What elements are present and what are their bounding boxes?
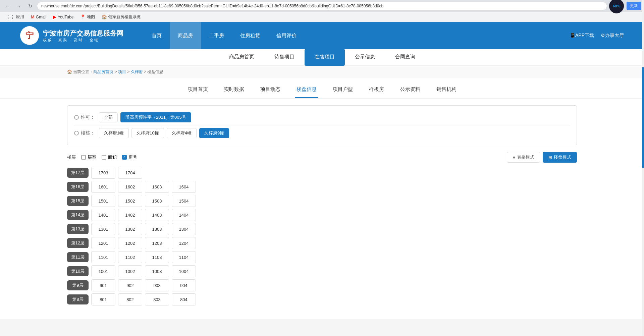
subnav-index[interactable]: 商品房首页 bbox=[219, 49, 264, 66]
room-cell[interactable]: 1704 bbox=[118, 167, 142, 179]
nav-secondhand[interactable]: 二手房 bbox=[201, 22, 232, 49]
nav-newhouse[interactable]: 商品房 bbox=[170, 22, 201, 49]
logo-area: 宁 宁波市房产交易信息服务网 权威 · 真实 · 及时 · 全域 bbox=[20, 26, 123, 45]
room-cell[interactable]: 1004 bbox=[172, 265, 196, 277]
bookmark-gmail[interactable]: M Gmail bbox=[28, 14, 49, 20]
tab-sales[interactable]: 销售机构 bbox=[435, 83, 458, 98]
room-cell[interactable]: 1503 bbox=[145, 195, 169, 207]
breadcrumb-link-1[interactable]: 商品房首页 bbox=[93, 69, 113, 74]
room-cell[interactable]: 1401 bbox=[91, 209, 115, 221]
bookmark-apps-label: 应用 bbox=[16, 14, 24, 20]
floor-row: 第11层1101110211031104 bbox=[67, 251, 577, 263]
room-cell[interactable]: 904 bbox=[172, 279, 196, 291]
room-cell[interactable]: 1602 bbox=[118, 181, 142, 193]
tab-realtime[interactable]: 实时数据 bbox=[223, 83, 246, 98]
checkbox-floor[interactable]: 层室 bbox=[81, 154, 96, 160]
room-cell[interactable]: 1203 bbox=[145, 237, 169, 249]
subnav-pending[interactable]: 待售项目 bbox=[264, 49, 305, 66]
app-download-link[interactable]: 📱APP下载 bbox=[570, 33, 594, 39]
room-cell[interactable]: 804 bbox=[172, 293, 196, 305]
permit-radio[interactable] bbox=[74, 115, 79, 120]
tab-layout[interactable]: 项目户型 bbox=[331, 83, 354, 98]
forward-button[interactable]: → bbox=[14, 1, 23, 11]
permit-tag-all[interactable]: 全部 bbox=[99, 112, 118, 122]
subnav-onsale[interactable]: 在售项目 bbox=[305, 49, 345, 66]
room-cell[interactable]: 1003 bbox=[145, 265, 169, 277]
tab-building[interactable]: 楼盘信息 bbox=[295, 83, 318, 98]
room-cell[interactable]: 1501 bbox=[91, 195, 115, 207]
room-cell[interactable]: 1304 bbox=[172, 223, 196, 235]
checkbox-floor-box[interactable] bbox=[81, 155, 86, 160]
reload-button[interactable]: ↻ bbox=[25, 1, 35, 11]
permit-tag-p005[interactable]: 甬高房预许字（2021）第005号 bbox=[120, 112, 191, 122]
room-cell[interactable]: 802 bbox=[118, 293, 142, 305]
building-label: 楼栋： bbox=[74, 130, 95, 136]
building-tag-b9[interactable]: 久梓府9幢 bbox=[199, 128, 229, 138]
room-cell[interactable]: 1303 bbox=[145, 223, 169, 235]
room-cell[interactable]: 1504 bbox=[172, 195, 196, 207]
subnav-contract[interactable]: 合同查询 bbox=[385, 49, 425, 66]
floor-row: 第16层1601160216031604 bbox=[67, 181, 577, 193]
room-cell[interactable]: 1601 bbox=[91, 181, 115, 193]
room-cell[interactable]: 1302 bbox=[118, 223, 142, 235]
checkbox-room-label: 房号 bbox=[128, 154, 137, 160]
room-cell[interactable]: 1202 bbox=[118, 237, 142, 249]
bookmark-newhouse[interactable]: 🏠 链家新房楼盘系统 bbox=[99, 13, 143, 20]
tab-overview[interactable]: 项目首页 bbox=[186, 83, 209, 98]
browser-bar: ← → ↻ 60% 更新 bbox=[0, 0, 644, 12]
tab-dynamics[interactable]: 项目动态 bbox=[259, 83, 282, 98]
bookmark-apps[interactable]: ⋮⋮ 应用 bbox=[3, 13, 27, 20]
checkbox-room[interactable]: 房号 bbox=[122, 154, 137, 160]
nav-home[interactable]: 首页 bbox=[144, 22, 170, 49]
room-cell[interactable]: 1201 bbox=[91, 237, 115, 249]
floor-header-label: 楼层 bbox=[67, 154, 76, 160]
service-hall-link[interactable]: ⚙办事大厅 bbox=[601, 33, 624, 39]
breadcrumb-link-3[interactable]: 久梓府 bbox=[131, 69, 143, 74]
refresh-button[interactable]: 更新 bbox=[627, 2, 641, 10]
room-cell[interactable]: 1604 bbox=[172, 181, 196, 193]
room-cell[interactable]: 1402 bbox=[118, 209, 142, 221]
room-cell[interactable]: 902 bbox=[118, 279, 142, 291]
room-cell[interactable]: 1502 bbox=[118, 195, 142, 207]
url-bar[interactable] bbox=[37, 2, 607, 10]
back-button[interactable]: ← bbox=[3, 1, 12, 11]
tab-publicinfo[interactable]: 公示资料 bbox=[399, 83, 422, 98]
view-building-button[interactable]: ⊞ 楼盘模式 bbox=[543, 152, 577, 163]
floor-row: 第14层1401140214031404 bbox=[67, 209, 577, 221]
room-cell[interactable]: 801 bbox=[91, 293, 115, 305]
room-cell[interactable]: 1104 bbox=[172, 251, 196, 263]
building-tag-b4[interactable]: 久梓府4幢 bbox=[167, 128, 197, 138]
logo-icon: 宁 bbox=[20, 26, 39, 45]
nav-rental[interactable]: 住房租赁 bbox=[232, 22, 268, 49]
room-cell[interactable]: 1404 bbox=[172, 209, 196, 221]
room-cell[interactable]: 803 bbox=[145, 293, 169, 305]
room-cell[interactable]: 1603 bbox=[145, 181, 169, 193]
building-tag-b1[interactable]: 久梓府1幢 bbox=[99, 128, 129, 138]
room-cell[interactable]: 1103 bbox=[145, 251, 169, 263]
room-cell[interactable]: 1703 bbox=[91, 167, 115, 179]
building-icon: ⊞ bbox=[548, 155, 552, 160]
room-cell[interactable]: 1101 bbox=[91, 251, 115, 263]
scrollbar[interactable] bbox=[642, 0, 644, 319]
room-cell[interactable]: 1204 bbox=[172, 237, 196, 249]
breadcrumb-link-2[interactable]: 项目 bbox=[118, 69, 126, 74]
bookmark-maps[interactable]: 📍 地图 bbox=[77, 13, 98, 20]
building-radio[interactable] bbox=[74, 131, 79, 135]
checkbox-room-box[interactable] bbox=[122, 155, 127, 160]
room-cell[interactable]: 1102 bbox=[118, 251, 142, 263]
bookmark-youtube-label: YouTube bbox=[58, 15, 73, 19]
tab-model[interactable]: 样板房 bbox=[368, 83, 385, 98]
nav-credit[interactable]: 信用评价 bbox=[268, 22, 305, 49]
bookmark-youtube[interactable]: ▶ YouTube bbox=[50, 14, 76, 20]
room-cell[interactable]: 1301 bbox=[91, 223, 115, 235]
room-cell[interactable]: 1001 bbox=[91, 265, 115, 277]
checkbox-area[interactable]: 面积 bbox=[102, 154, 117, 160]
checkbox-area-box[interactable] bbox=[102, 155, 106, 160]
room-cell[interactable]: 1403 bbox=[145, 209, 169, 221]
room-cell[interactable]: 1002 bbox=[118, 265, 142, 277]
building-tag-b10[interactable]: 久梓府10幢 bbox=[131, 128, 164, 138]
room-cell[interactable]: 901 bbox=[91, 279, 115, 291]
subnav-public[interactable]: 公示信息 bbox=[345, 49, 385, 66]
view-table-button[interactable]: ≡ 表格模式 bbox=[507, 152, 540, 163]
room-cell[interactable]: 903 bbox=[145, 279, 169, 291]
